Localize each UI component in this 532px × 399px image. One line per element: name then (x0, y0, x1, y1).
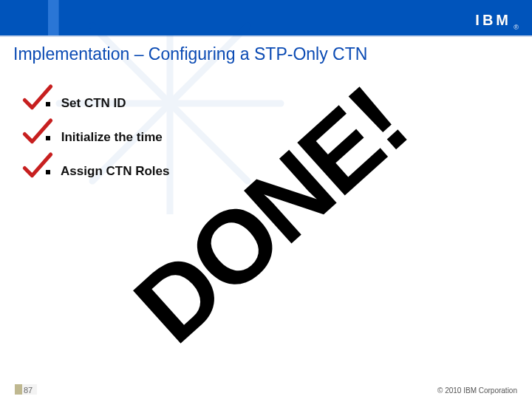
checkmark-icon (21, 117, 55, 148)
ibm-logo-text: IBM (475, 12, 511, 29)
svg-line-7 (92, 26, 170, 103)
slide-number: 87 (15, 384, 37, 395)
checkmark-icon (21, 151, 55, 182)
checkmark-icon (21, 83, 55, 114)
copyright-text: © 2010 IBM Corporation (437, 386, 517, 395)
registered-mark: ® (514, 24, 519, 31)
bullet-item: Initialize the time (46, 130, 169, 145)
bullet-square-icon (46, 170, 50, 174)
footer: 87 © 2010 IBM Corporation (6, 380, 526, 399)
bullet-label: Assign CTN Roles (61, 164, 169, 178)
bullet-label: Set CTN ID (61, 96, 126, 110)
bullet-list: Set CTN ID Initialize the time Assign CT… (46, 96, 169, 198)
bullet-square-icon (46, 136, 50, 140)
svg-line-1 (170, 26, 248, 103)
header-bar: IBM ® (0, 0, 532, 37)
slide-title: Implementation – Configuring a STP-Only … (13, 44, 367, 64)
bullet-label: Initialize the time (61, 130, 163, 144)
bullet-square-icon (46, 102, 50, 106)
bullet-item: Set CTN ID (46, 96, 169, 111)
bullet-item: Assign CTN Roles (46, 164, 169, 179)
